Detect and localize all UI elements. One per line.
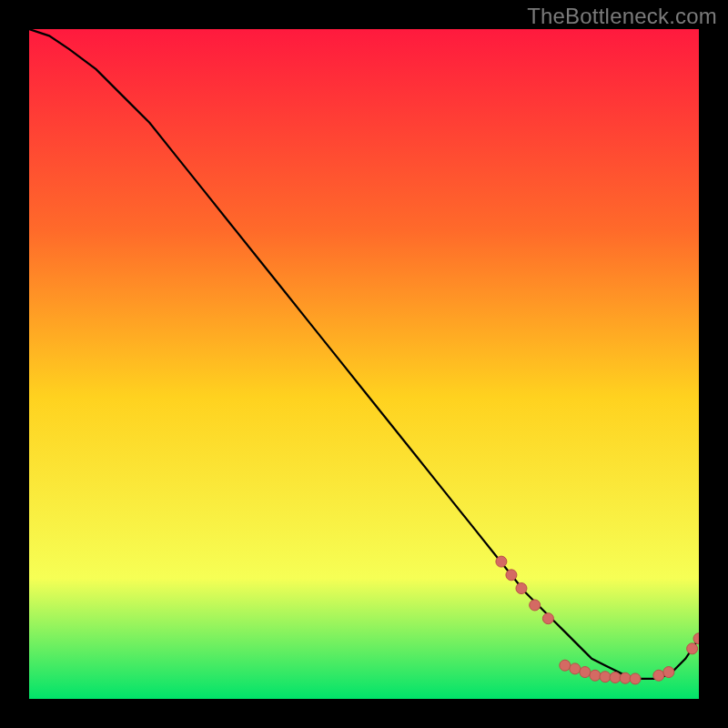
- marker-dot: [600, 672, 611, 682]
- plot-area: [29, 29, 699, 699]
- marker-dot: [663, 667, 674, 678]
- marker-dot: [620, 672, 631, 683]
- chart-svg: [29, 29, 699, 699]
- gradient-background: [29, 29, 699, 699]
- marker-dot: [687, 643, 698, 654]
- marker-dot: [630, 673, 641, 684]
- marker-dot: [506, 570, 517, 581]
- marker-dot: [496, 556, 507, 567]
- watermark-text: TheBottleneck.com: [527, 4, 717, 29]
- marker-dot: [590, 670, 601, 681]
- marker-dot: [580, 667, 591, 678]
- marker-dot: [530, 600, 541, 611]
- marker-dot: [653, 670, 664, 681]
- marker-dot: [570, 663, 581, 674]
- marker-dot: [516, 583, 527, 594]
- marker-dot: [542, 613, 553, 624]
- chart-frame: TheBottleneck.com: [0, 0, 728, 728]
- marker-dot: [560, 660, 571, 671]
- marker-dot: [610, 672, 621, 682]
